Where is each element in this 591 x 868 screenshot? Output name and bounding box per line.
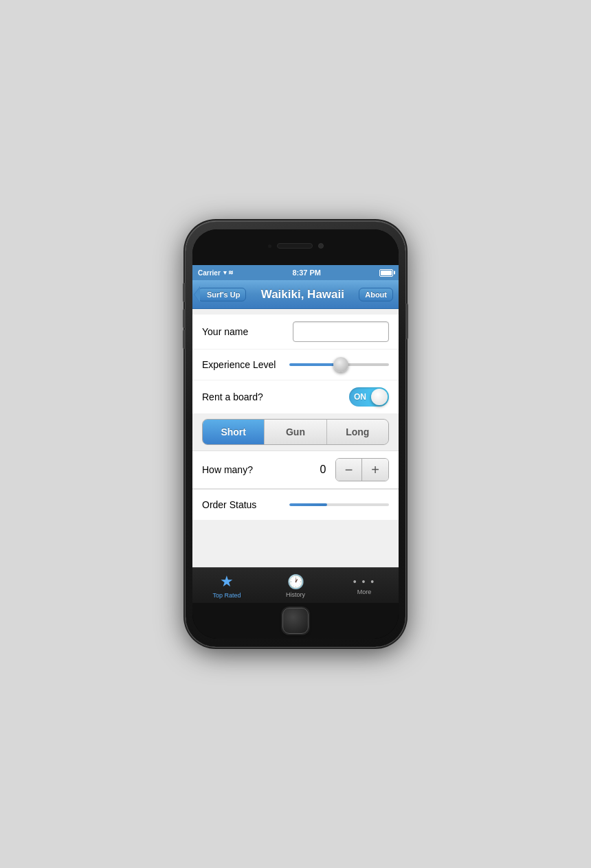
your-name-row: Your name [192,315,399,349]
order-status-progress [289,503,389,506]
tab-more-label: More [357,589,372,595]
status-bar: Carrier ▾ ≋ 8:37 PM [192,265,399,280]
form-section-name: Your name [192,315,399,349]
stepper-buttons: − + [335,458,389,481]
carrier-info: Carrier ▾ ≋ [198,269,234,277]
your-name-input[interactable] [293,321,389,342]
tab-top-rated[interactable]: ★ Top Rated [192,573,261,599]
battery-fill [381,271,392,275]
experience-label: Experience Level [202,359,276,370]
clock-icon: 🕐 [287,573,304,590]
order-status-label: Order Status [202,499,256,510]
screen: Carrier ▾ ≋ 8:37 PM Surf's Up Waikiki, H… [192,265,399,603]
slider-track [289,363,389,366]
segment-long[interactable]: Long [326,420,388,444]
toggle-on-label: ON [354,392,366,402]
tab-bar: ★ Top Rated 🕐 History • • • More [192,567,399,603]
progress-fill [289,503,327,506]
increment-button[interactable]: + [362,459,388,481]
back-button[interactable]: Surf's Up [198,288,246,301]
nav-title: Waikiki, Hawaii [261,288,344,301]
your-name-label: Your name [202,326,248,337]
phone-device: Carrier ▾ ≋ 8:37 PM Surf's Up Waikiki, H… [186,221,405,647]
home-button[interactable] [282,608,309,634]
sensor [268,244,271,248]
segment-gun[interactable]: Gun [264,420,326,444]
stepper-right: 0 − + [316,458,389,481]
order-status-row: Order Status [192,489,399,520]
how-many-label: How many? [202,464,253,475]
segment-short[interactable]: Short [203,420,264,444]
battery-indicator [379,269,393,277]
stepper-value: 0 [316,464,330,476]
tab-top-rated-label: Top Rated [212,592,241,599]
decrement-button[interactable]: − [336,459,362,481]
tab-more[interactable]: • • • More [330,576,399,595]
dots-icon: • • • [353,576,375,587]
tab-history[interactable]: 🕐 History [261,573,330,598]
carrier-label: Carrier [198,269,221,277]
status-time: 8:37 PM [292,269,321,277]
speaker [277,243,313,249]
rent-label: Rent a board? [202,391,263,402]
about-button[interactable]: About [359,288,393,301]
nav-bar: Surf's Up Waikiki, Hawaii About [192,280,399,309]
experience-row: Experience Level [192,350,399,380]
board-type-segment: Short Gun Long [202,419,389,445]
experience-slider[interactable] [289,356,389,373]
form-section-experience: Experience Level [192,350,399,380]
top-bezel [192,229,399,265]
segment-wrap: Short Gun Long [192,413,399,450]
form-section-rent: Rent a board? ON [192,380,399,413]
battery-icon [379,269,393,277]
main-content: Your name Experience Level [192,309,399,567]
rent-row: Rent a board? ON [192,380,399,413]
tab-history-label: History [286,591,305,598]
rent-toggle[interactable]: ON [349,387,389,407]
wifi-icon: ▾ ≋ [223,269,234,276]
slider-thumb [333,357,348,372]
star-icon: ★ [220,573,234,591]
camera [318,243,324,249]
bottom-bezel [192,603,399,639]
content-spacer [192,520,399,567]
how-many-row: How many? 0 − + [192,450,399,489]
toggle-knob [371,389,388,405]
